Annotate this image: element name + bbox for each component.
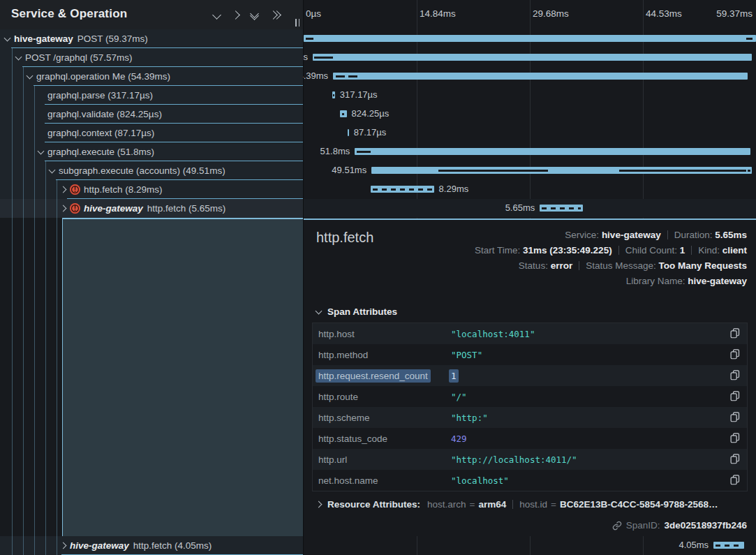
meta-divider — [618, 246, 619, 255]
chevron-down-icon[interactable] — [25, 73, 34, 81]
timeline-axis: 0µs14.84ms29.68ms44.53ms59.37ms — [304, 0, 756, 29]
chevron-down-icon[interactable] — [3, 35, 11, 43]
double-chevron-down-icon[interactable] — [251, 10, 258, 19]
chevron-down-icon[interactable] — [36, 148, 45, 156]
timeline-row[interactable]: 57.57ms — [304, 48, 756, 67]
child-span-mark — [438, 170, 548, 172]
span-bar[interactable] — [371, 167, 751, 174]
service-name: hive-gateway — [70, 540, 129, 551]
span-bar[interactable] — [332, 91, 335, 98]
span-operation-label: http.fetch (8.29ms) — [84, 184, 163, 195]
tree-row[interactable]: hive-gatewayPOST (59.37ms) — [0, 29, 303, 48]
attribute-key: http.host — [318, 329, 355, 339]
timeline-panel: 0µs14.84ms29.68ms44.53ms59.37ms 57.57ms5… — [303, 0, 756, 555]
axis-tick-label: 0µs — [306, 8, 321, 19]
span-title: http.fetch — [316, 230, 373, 246]
chevron-down-icon[interactable] — [47, 167, 56, 175]
timeline-row[interactable]: 51.8ms — [304, 142, 756, 161]
tree-row[interactable]: graphql.execute (51.8ms) — [0, 142, 303, 161]
chevron-right-icon[interactable] — [231, 10, 240, 20]
chevron-right-icon[interactable] — [59, 186, 67, 194]
span-bar[interactable] — [304, 35, 756, 42]
timeline-row[interactable]: 5.65ms — [304, 199, 756, 218]
tree-row[interactable]: POST /graphql (57.57ms) — [0, 48, 303, 67]
span-id-row: SpanID: 3de02518937fb246 — [612, 520, 747, 531]
span-bar[interactable] — [333, 73, 748, 80]
attribute-row: http.host"localhost:4011" — [313, 323, 747, 344]
attribute-row: http.scheme"http:" — [313, 407, 747, 428]
chevron-down-icon[interactable] — [212, 10, 221, 20]
span-duration-label: 51.8ms — [320, 146, 350, 156]
panel-resize-handle[interactable] — [295, 19, 299, 27]
child-span-mark — [342, 113, 344, 115]
attribute-row: net.host.name"localhost" — [313, 470, 747, 491]
tree-row[interactable]: graphql.operation Me (54.39ms) — [0, 67, 303, 86]
copy-icon — [730, 351, 740, 362]
double-chevron-right-icon[interactable] — [270, 12, 280, 18]
meta-divider — [579, 261, 579, 270]
copy-button[interactable] — [729, 328, 741, 339]
copy-button[interactable] — [729, 475, 741, 486]
span-bar[interactable] — [313, 54, 752, 61]
copy-button[interactable] — [729, 454, 741, 465]
attribute-value: 1 — [451, 371, 457, 381]
meta-value: 1 — [680, 245, 685, 256]
attribute-key: net.host.name — [318, 475, 378, 486]
span-bar[interactable] — [371, 186, 434, 193]
timeline-row[interactable]: 824.25µs — [304, 105, 756, 124]
meta-divider — [691, 246, 692, 255]
span-operation-label: graphql.operation Me (54.39ms) — [36, 71, 170, 82]
chevron-spacer — [36, 91, 45, 100]
attribute-row: http.status_code429 — [313, 428, 747, 449]
span-bar[interactable] — [340, 110, 347, 117]
span-attributes-header[interactable]: Span Attributes — [316, 306, 397, 317]
span-bar[interactable] — [348, 129, 349, 136]
timeline-row[interactable] — [304, 29, 756, 48]
child-span-mark — [748, 170, 750, 172]
meta-label: Service: — [565, 230, 602, 240]
timeline-row[interactable]: 8.29ms — [304, 180, 756, 199]
tree-row[interactable]: graphql.context (87.17µs) — [0, 124, 303, 142]
attribute-value: "localhost" — [451, 475, 509, 486]
tree-row[interactable]: graphql.validate (824.25µs) — [0, 105, 303, 124]
span-operation-label: subgraph.execute (accounts) (49.51ms) — [59, 165, 225, 176]
chevron-spacer — [36, 129, 45, 138]
span-attributes-table: http.host"localhost:4011"http.method"POS… — [312, 323, 748, 491]
timeline-row[interactable]: 49.51ms — [304, 161, 756, 180]
timeline-row[interactable]: 87.17µs — [304, 124, 756, 142]
timeline-row[interactable]: 4.05ms — [304, 536, 756, 555]
span-meta: Service: hive-gatewayDuration: 5.65msSta… — [475, 228, 747, 289]
timeline-rows: 57.57ms54.39ms317.17µs824.25µs87.17µs51.… — [304, 29, 756, 218]
tree-toolbar — [214, 10, 280, 20]
span-bar[interactable] — [355, 148, 750, 155]
copy-button[interactable] — [729, 370, 741, 381]
meta-value: client — [722, 245, 747, 256]
chevron-right-icon[interactable] — [59, 205, 67, 213]
span-attributes-title: Span Attributes — [327, 306, 397, 317]
selected-text: http.request.resend_count — [316, 369, 431, 383]
copy-button[interactable] — [729, 349, 741, 360]
resource-divider — [512, 500, 513, 509]
child-span-mark — [746, 38, 752, 40]
span-bar[interactable] — [713, 542, 744, 549]
span-bar[interactable] — [540, 205, 583, 212]
chevron-down-icon[interactable] — [14, 54, 22, 62]
attribute-key: http.scheme — [318, 413, 370, 423]
timeline-row[interactable]: 317.17µs — [304, 86, 756, 105]
attribute-value: 429 — [451, 434, 467, 444]
copy-button[interactable] — [729, 433, 741, 444]
attribute-key: http.url — [318, 454, 347, 465]
chevron-right-icon[interactable] — [59, 542, 67, 550]
child-span-marks — [716, 545, 742, 547]
timeline-row[interactable]: 54.39ms — [304, 67, 756, 86]
resource-attributes-title: Resource Attributes: — [327, 499, 420, 510]
attribute-key: http.method — [318, 350, 368, 360]
attribute-row: http.method"POST" — [313, 344, 747, 365]
meta-line: Library Name: hive-gateway — [475, 274, 747, 289]
chevron-down-icon — [316, 307, 323, 314]
copy-button[interactable] — [729, 412, 741, 423]
tree-row[interactable]: graphql.parse (317.17µs) — [0, 86, 303, 105]
copy-button[interactable] — [729, 391, 741, 402]
resource-attributes-pairs: host.arch=arm64host.id=BC62E13B-C4CC-585… — [427, 499, 718, 510]
resource-attributes-row[interactable]: Resource Attributes: host.arch=arm64host… — [316, 499, 718, 510]
